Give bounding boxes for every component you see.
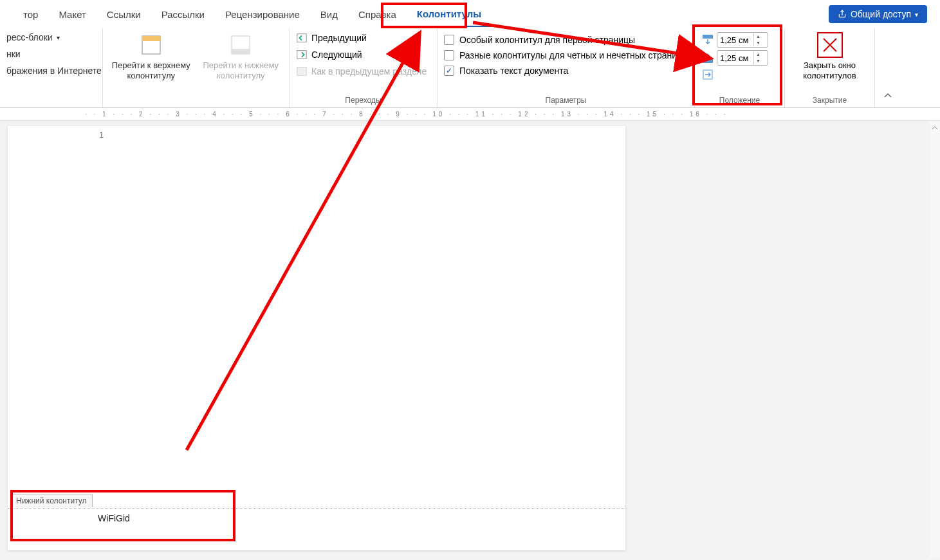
header-icon <box>138 32 164 58</box>
annotation-position-highlight <box>692 24 782 105</box>
tab-view[interactable]: Вид <box>310 3 348 26</box>
different-odd-even-checkbox[interactable]: Разные колонтитулы для четных и нечетных… <box>444 50 682 60</box>
share-button[interactable]: Общий доступ ▾ <box>829 5 927 23</box>
previous-icon <box>296 32 308 44</box>
link-icon <box>296 66 308 77</box>
svg-rect-1 <box>142 36 160 41</box>
goto-header-button[interactable]: Перейти к верхнему колонтитулу <box>109 32 193 80</box>
checkbox-icon <box>444 35 454 45</box>
online-pictures-button[interactable]: бражения в Интернете <box>6 66 102 76</box>
svg-rect-4 <box>297 34 306 42</box>
tab-tor[interactable]: тор <box>13 3 48 26</box>
annotation-tab-highlight <box>381 3 467 28</box>
svg-rect-6 <box>297 68 306 76</box>
page-number: 1 <box>99 130 104 140</box>
tab-review[interactable]: Рецензирование <box>215 3 310 26</box>
group-label-options: Параметры <box>444 95 688 106</box>
ribbon-group-navigation: Перейти к верхнему колонтитулу Перейти к… <box>103 28 290 107</box>
tab-mailings[interactable]: Рассылки <box>151 3 215 26</box>
svg-rect-5 <box>297 51 306 59</box>
ribbon-group-options: Особый колонтитул для первой страницы Ра… <box>438 28 695 107</box>
next-button[interactable]: Следующий <box>296 49 427 60</box>
document-area: 1 Нижний колонтитул WiFiGid <box>0 121 940 558</box>
show-document-text-checkbox[interactable]: ✓ Показать текст документа <box>444 66 682 76</box>
ribbon: ресс-блоки ▾ нки бражения в Интернете Пе… <box>0 28 940 108</box>
ribbon-tabs: тор Макет Ссылки Рассылки Рецензирование… <box>0 0 940 28</box>
vertical-scrollbar[interactable] <box>930 121 940 558</box>
checkbox-checked-icon: ✓ <box>444 66 454 76</box>
tab-layout[interactable]: Макет <box>48 3 96 26</box>
footer-icon <box>228 32 253 58</box>
link-previous-button: Как в предыдущем разделе <box>296 66 427 77</box>
next-icon <box>296 49 308 60</box>
ribbon-group-position: ▲▼ ▲▼ Полож <box>695 28 785 107</box>
checkbox-icon <box>444 50 454 60</box>
close-header-footer-button[interactable]: Закрыть окно колонтитулов <box>791 32 868 80</box>
previous-button[interactable]: Предыдущий <box>296 32 427 44</box>
page[interactable]: 1 Нижний колонтитул WiFiGid <box>8 126 625 550</box>
ribbon-group-close: Закрыть окно колонтитулов Закрытие <box>785 28 875 107</box>
ribbon-group-transitions: Предыдущий Следующий Как в предыдущем ра… <box>290 28 438 107</box>
ribbon-group-inserts: ресс-блоки ▾ нки бражения в Интернете <box>0 28 103 107</box>
group-label-close: Закрытие <box>791 95 868 106</box>
different-first-page-checkbox[interactable]: Особый колонтитул для первой страницы <box>444 35 682 45</box>
close-icon <box>817 32 843 58</box>
chevron-down-icon: ▾ <box>57 34 60 41</box>
share-icon <box>838 10 847 19</box>
goto-footer-button: Перейти к нижнему колонтитулу <box>199 32 283 80</box>
share-label: Общий доступ <box>851 9 911 19</box>
annotation-footer-highlight <box>10 490 235 541</box>
ribbon-collapse-button[interactable] <box>875 28 901 107</box>
quick-parts-button[interactable]: ресс-блоки ▾ <box>6 32 102 42</box>
tab-links[interactable]: Ссылки <box>97 3 151 26</box>
chevron-down-icon: ▾ <box>915 11 918 18</box>
svg-rect-3 <box>232 49 250 54</box>
horizontal-ruler[interactable]: · · 1 · · · 2 · · · 3 · · · 4 · · · 5 · … <box>0 108 940 121</box>
pictures-button[interactable]: нки <box>6 49 102 59</box>
group-label-transitions: Переходы <box>296 95 430 106</box>
